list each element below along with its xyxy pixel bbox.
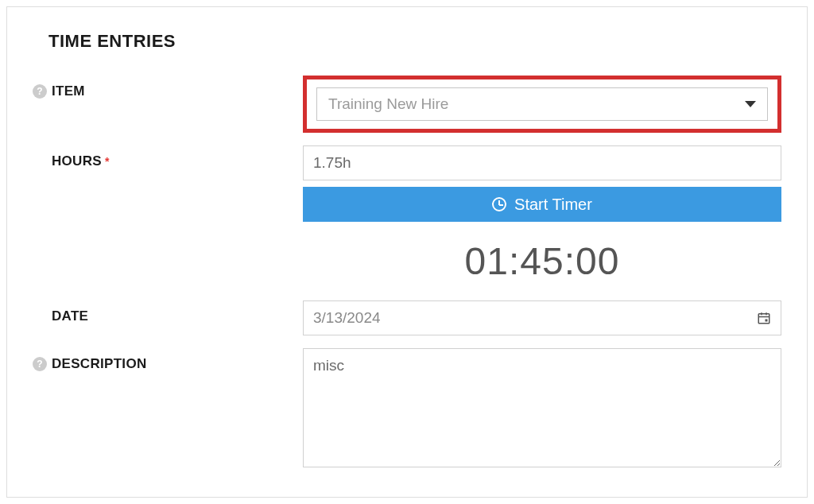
help-icon[interactable]: ? (33, 84, 47, 99)
timer-display: 01:45:00 (303, 239, 781, 283)
item-select-value: Training New Hire (328, 95, 448, 113)
description-textarea[interactable] (303, 348, 781, 467)
hours-row: HOURS* Start Timer 01:45:00 (33, 145, 781, 300)
item-input-col: Training New Hire (303, 76, 781, 145)
description-label: DESCRIPTION (52, 356, 146, 372)
description-input-col (303, 348, 781, 471)
required-star: * (105, 155, 110, 168)
clock-icon (492, 197, 506, 211)
date-label: DATE (52, 308, 88, 324)
date-input-col: 3/13/2024 (303, 300, 781, 335)
description-label-col: ? DESCRIPTION (33, 348, 303, 372)
svg-rect-4 (766, 320, 768, 322)
date-value: 3/13/2024 (313, 309, 381, 327)
start-timer-label: Start Timer (514, 196, 592, 214)
date-label-col: DATE (33, 300, 303, 324)
hours-input-col: Start Timer 01:45:00 (303, 145, 781, 300)
chevron-down-icon (745, 101, 756, 107)
description-row: ? DESCRIPTION (33, 348, 781, 471)
hours-label: HOURS* (52, 153, 110, 169)
item-label-col: ? ITEM (33, 76, 303, 99)
hours-input[interactable] (303, 145, 781, 180)
item-label: ITEM (52, 83, 85, 99)
item-row: ? ITEM Training New Hire (33, 76, 781, 145)
start-timer-button[interactable]: Start Timer (303, 187, 781, 222)
item-select[interactable]: Training New Hire (316, 87, 768, 121)
date-row: DATE 3/13/2024 (33, 300, 781, 335)
date-input[interactable]: 3/13/2024 (303, 300, 781, 335)
item-highlight-box: Training New Hire (303, 76, 781, 133)
svg-rect-0 (758, 314, 769, 324)
help-icon[interactable]: ? (33, 357, 47, 371)
hours-label-col: HOURS* (33, 145, 303, 169)
section-title: TIME ENTRIES (48, 31, 781, 52)
time-entries-panel: TIME ENTRIES ? ITEM Training New Hire HO… (6, 6, 808, 498)
calendar-icon (757, 311, 771, 325)
